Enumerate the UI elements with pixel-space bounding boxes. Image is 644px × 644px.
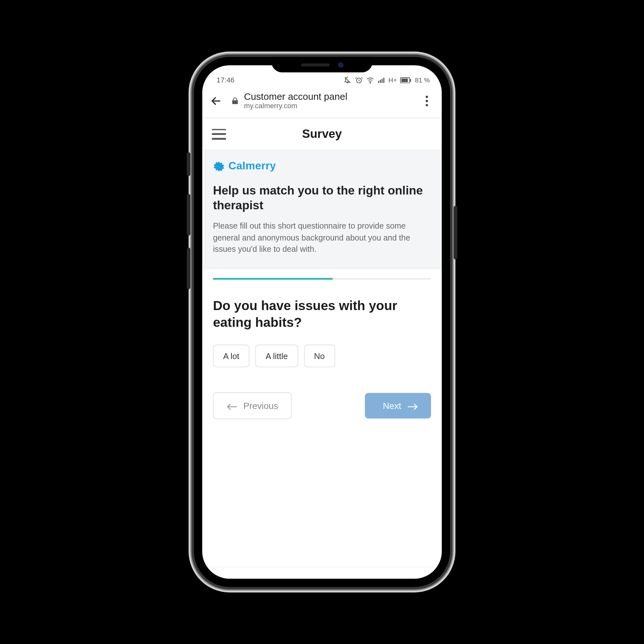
svg-rect-8 <box>410 79 411 82</box>
volume-up-button <box>187 194 190 236</box>
previous-label: Previous <box>243 401 278 411</box>
dnd-icon <box>343 76 352 84</box>
side-button <box>187 152 190 176</box>
arrow-right-icon <box>407 402 418 410</box>
volume-down-button <box>187 248 190 289</box>
svg-point-1 <box>370 82 370 83</box>
phone-notch <box>271 57 373 72</box>
page-title: Customer account panel <box>244 91 347 102</box>
brand: Calmerry <box>213 160 431 173</box>
browser-back-button[interactable] <box>209 94 223 108</box>
phone-frame: 17:46 H+ 81 % <box>194 57 450 587</box>
browser-menu-button[interactable] <box>420 93 433 109</box>
status-time: 17:46 <box>217 76 235 84</box>
footer-divider <box>202 567 442 579</box>
front-camera <box>338 62 343 67</box>
svg-rect-7 <box>401 78 408 82</box>
option-a-little[interactable]: A little <box>255 345 298 367</box>
signal-icon <box>377 76 385 84</box>
svg-rect-5 <box>383 78 384 83</box>
svg-rect-4 <box>381 79 382 83</box>
option-a-lot[interactable]: A lot <box>213 345 249 367</box>
survey-card: Do you have issues with your eating habi… <box>202 270 442 567</box>
address-bar[interactable]: Customer account panel my.calmerry.com <box>231 91 412 111</box>
app-title: Survey <box>302 127 342 141</box>
intro-panel: Calmerry Help us match you to the right … <box>202 151 442 270</box>
page-url: my.calmerry.com <box>244 102 347 111</box>
intro-heading: Help us match you to the right online th… <box>213 183 431 213</box>
progress-fill <box>213 278 333 280</box>
alarm-icon <box>355 76 363 84</box>
battery-percent: 81 % <box>415 77 430 84</box>
question-text: Do you have issues with your eating habi… <box>213 298 431 332</box>
progress-bar <box>213 278 431 280</box>
option-no[interactable]: No <box>304 345 335 367</box>
power-button <box>454 206 457 260</box>
calmerry-logo-icon <box>213 160 225 172</box>
brand-name: Calmerry <box>229 160 276 173</box>
intro-body: Please fill out this short questionnaire… <box>213 220 431 255</box>
arrow-left-icon <box>227 402 237 410</box>
options-row: A lot A little No <box>213 345 431 367</box>
status-indicators: H+ 81 % <box>343 76 430 84</box>
svg-rect-2 <box>378 81 379 83</box>
previous-button[interactable]: Previous <box>213 392 292 419</box>
screen: 17:46 H+ 81 % <box>202 65 442 579</box>
app-header: Survey <box>202 118 442 151</box>
next-button[interactable]: Next <box>365 393 431 419</box>
browser-toolbar: Customer account panel my.calmerry.com <box>202 86 442 118</box>
battery-icon <box>400 76 412 84</box>
svg-rect-3 <box>380 80 381 83</box>
next-label: Next <box>383 401 401 411</box>
network-type: H+ <box>388 77 397 84</box>
wifi-icon <box>366 76 374 84</box>
menu-button[interactable] <box>212 129 226 139</box>
speaker-grille <box>301 63 329 66</box>
nav-buttons: Previous Next <box>213 392 431 419</box>
lock-icon <box>231 97 239 105</box>
